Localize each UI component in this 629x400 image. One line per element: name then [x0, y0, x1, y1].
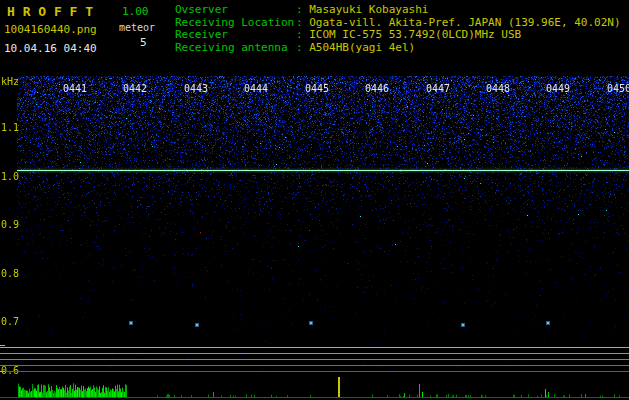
- time-tick-label: 0450: [594, 83, 629, 94]
- freq-tick-label: 0.7: [1, 316, 19, 327]
- mode-label: meteor: [119, 22, 155, 33]
- meteor-count: 5: [140, 36, 147, 49]
- time-tick-label: 0442: [110, 83, 160, 94]
- info-colon: :: [296, 16, 309, 29]
- info-colon: :: [296, 3, 309, 16]
- freq-tick-label: 1.0: [1, 171, 19, 182]
- time-tick-label: 0449: [533, 83, 583, 94]
- signal-level-strip-canvas: [0, 376, 629, 400]
- info-colon: :: [296, 41, 309, 54]
- reference-line: [0, 371, 629, 372]
- freq-tick-label: 0.9: [1, 219, 19, 230]
- info-value: Ogata-vill. Akita-Pref. JAPAN (139.96E, …: [309, 16, 620, 29]
- time-tick-label: 0444: [231, 83, 281, 94]
- timestamp: 10.04.16 04:40: [4, 42, 97, 55]
- app-title: H R O F F T: [7, 4, 93, 19]
- time-tick-label: 0441: [50, 83, 100, 94]
- info-value: ICOM IC-575 53.7492(0LCD)MHz USB: [309, 28, 521, 41]
- info-label: Ovserver: [175, 4, 296, 17]
- output-filename: 1004160440.png: [4, 23, 97, 36]
- station-info-row: Receiving antenna: A504HB(yagi 4el): [175, 42, 621, 55]
- left-axis-tick: [0, 371, 5, 372]
- info-label: Receiving antenna: [175, 42, 296, 55]
- carrier-line: [17, 170, 629, 171]
- reference-line: [0, 353, 629, 354]
- info-colon: :: [296, 28, 309, 41]
- time-tick-label: 0443: [171, 83, 221, 94]
- left-axis-tick: [0, 345, 5, 346]
- app-version: 1.00: [122, 5, 149, 18]
- reference-line: [0, 359, 629, 360]
- freq-tick-label: 1.1: [1, 122, 19, 133]
- time-tick-label: 0445: [292, 83, 342, 94]
- reference-line: [0, 365, 629, 366]
- time-tick-label: 0446: [352, 83, 402, 94]
- reference-line: [0, 347, 629, 348]
- spectrogram-canvas: [17, 76, 629, 375]
- info-value: A504HB(yagi 4el): [309, 41, 415, 54]
- time-tick-label: 0448: [473, 83, 523, 94]
- info-label: Receiver: [175, 29, 296, 42]
- freq-tick-label: 0.8: [1, 268, 19, 279]
- time-tick-label: 0447: [413, 83, 463, 94]
- info-value: Masayuki Kobayashi: [309, 3, 428, 16]
- freq-axis-unit: kHz: [1, 76, 19, 87]
- hrofft-spectrogram-output: H R O F F T 1.00 1004160440.png meteor 5…: [0, 0, 629, 400]
- station-info: Ovserver: Masayuki KobayashiReceiving Lo…: [175, 4, 621, 54]
